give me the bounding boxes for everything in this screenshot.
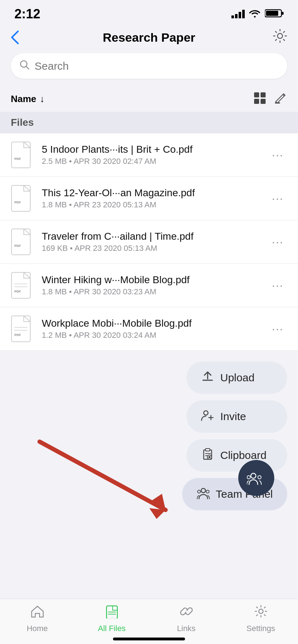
tab-home-label: Home bbox=[27, 624, 48, 633]
file-icon-0: PDF bbox=[11, 141, 34, 169]
svg-text:PDF: PDF bbox=[14, 290, 21, 293]
section-header-label: Files bbox=[11, 117, 34, 128]
sort-name[interactable]: Name ↓ bbox=[11, 93, 45, 105]
file-name-3: Winter Hiking w···Mobile Blog.pdf bbox=[42, 274, 260, 286]
svg-text:PDF: PDF bbox=[14, 201, 21, 204]
file-item-0[interactable]: PDF 5 Indoor Plants···its | Brit + Co.pd… bbox=[0, 133, 298, 177]
svg-point-29 bbox=[208, 456, 211, 458]
file-meta-0: 2.5 MB • APR 30 2020 02:47 AM bbox=[42, 157, 260, 166]
clipboard-icon bbox=[201, 447, 215, 464]
back-button[interactable] bbox=[11, 31, 19, 44]
svg-rect-6 bbox=[254, 99, 259, 104]
nav-bar: Research Paper bbox=[0, 25, 298, 53]
status-icons bbox=[231, 9, 284, 19]
file-meta-1: 1.8 MB • APR 23 2020 05:13 AM bbox=[42, 200, 260, 210]
file-icon-2: PDF bbox=[11, 228, 34, 256]
clipboard-button[interactable]: Clipboard bbox=[186, 439, 287, 472]
file-meta-3: 1.8 MB • APR 30 2020 03:23 AM bbox=[42, 287, 260, 296]
links-icon bbox=[179, 604, 194, 622]
file-more-4[interactable]: ··· bbox=[268, 322, 287, 336]
main-content: Name ↓ Files bbox=[0, 86, 298, 618]
svg-rect-7 bbox=[261, 99, 266, 104]
page-title: Research Paper bbox=[103, 31, 195, 45]
team-panel-icon bbox=[197, 486, 210, 502]
status-bar: 2:12 bbox=[0, 0, 298, 25]
svg-rect-9 bbox=[12, 142, 30, 168]
sort-arrow-icon: ↓ bbox=[40, 93, 45, 105]
tab-settings-label: Settings bbox=[247, 624, 275, 633]
svg-rect-2 bbox=[266, 11, 278, 16]
grid-view-icon[interactable] bbox=[253, 92, 266, 106]
svg-rect-13 bbox=[12, 229, 30, 255]
search-container bbox=[0, 53, 298, 86]
file-info-3: Winter Hiking w···Mobile Blog.pdf 1.8 MB… bbox=[42, 274, 260, 296]
file-list: PDF 5 Indoor Plants···its | Brit + Co.pd… bbox=[0, 133, 298, 351]
battery-icon bbox=[265, 9, 284, 19]
file-item-4[interactable]: PDF Workplace Mobi···Mobile Blog.pdf 1.2… bbox=[0, 307, 298, 351]
settings-tab-icon bbox=[254, 604, 268, 622]
file-more-1[interactable]: ··· bbox=[268, 192, 287, 205]
svg-point-30 bbox=[201, 488, 206, 493]
svg-point-37 bbox=[247, 476, 250, 479]
file-info-0: 5 Indoor Plants···its | Brit + Co.pdf 2.… bbox=[42, 144, 260, 166]
svg-text:PDF: PDF bbox=[14, 244, 21, 248]
svg-rect-15 bbox=[12, 272, 30, 298]
svg-point-23 bbox=[204, 411, 208, 415]
svg-rect-5 bbox=[261, 92, 266, 97]
wifi-icon bbox=[249, 9, 261, 19]
status-time: 2:12 bbox=[14, 6, 40, 22]
invite-icon bbox=[201, 408, 215, 425]
search-input[interactable] bbox=[35, 60, 279, 72]
file-name-4: Workplace Mobi···Mobile Blog.pdf bbox=[42, 318, 260, 329]
file-meta-2: 169 KB • APR 23 2020 05:13 AM bbox=[42, 244, 260, 253]
upload-icon bbox=[201, 369, 215, 386]
file-more-2[interactable]: ··· bbox=[268, 235, 287, 249]
tab-links[interactable]: Links bbox=[149, 604, 224, 633]
clipboard-label: Clipboard bbox=[220, 449, 266, 461]
file-item-1[interactable]: PDF This 12-Year-Ol···an Magazine.pdf 1.… bbox=[0, 177, 298, 220]
search-bar[interactable] bbox=[11, 53, 287, 79]
allfiles-icon bbox=[105, 604, 119, 622]
svg-point-38 bbox=[258, 476, 261, 479]
upload-label: Upload bbox=[220, 372, 254, 384]
invite-button[interactable]: Invite bbox=[186, 400, 287, 433]
svg-rect-19 bbox=[12, 316, 30, 342]
tab-home[interactable]: Home bbox=[0, 604, 74, 633]
tab-allfiles-label: All Files bbox=[98, 624, 126, 633]
file-info-2: Traveler from C···ailand | Time.pdf 169 … bbox=[42, 231, 260, 253]
home-indicator bbox=[113, 638, 185, 640]
file-item-2[interactable]: PDF Traveler from C···ailand | Time.pdf … bbox=[0, 220, 298, 264]
file-icon-3: PDF bbox=[11, 272, 34, 299]
file-icon-1: PDF bbox=[11, 185, 34, 212]
svg-text:PDF: PDF bbox=[14, 333, 21, 337]
sort-name-label: Name bbox=[11, 93, 36, 105]
file-more-3[interactable]: ··· bbox=[268, 279, 287, 292]
invite-label: Invite bbox=[220, 410, 246, 423]
svg-rect-8 bbox=[275, 102, 280, 104]
file-more-0[interactable]: ··· bbox=[268, 148, 287, 162]
edit-icon[interactable] bbox=[274, 92, 287, 106]
file-meta-4: 1.2 MB • APR 30 2020 03:24 AM bbox=[42, 331, 260, 340]
search-icon bbox=[19, 60, 30, 72]
settings-button[interactable] bbox=[273, 29, 287, 46]
fab-button[interactable] bbox=[238, 460, 274, 496]
svg-point-32 bbox=[206, 490, 209, 493]
file-info-4: Workplace Mobi···Mobile Blog.pdf 1.2 MB … bbox=[42, 318, 260, 340]
section-header: Files bbox=[0, 112, 298, 133]
tab-allfiles[interactable]: All Files bbox=[74, 604, 149, 633]
sort-icons bbox=[253, 92, 287, 106]
tab-settings[interactable]: Settings bbox=[224, 604, 298, 633]
svg-rect-4 bbox=[254, 92, 259, 97]
sort-bar: Name ↓ bbox=[0, 86, 298, 112]
file-name-0: 5 Indoor Plants···its | Brit + Co.pdf bbox=[42, 144, 260, 155]
svg-point-42 bbox=[259, 609, 263, 613]
tab-links-label: Links bbox=[177, 624, 195, 633]
upload-button[interactable]: Upload bbox=[186, 362, 287, 394]
file-item-3[interactable]: PDF Winter Hiking w···Mobile Blog.pdf 1.… bbox=[0, 264, 298, 307]
file-name-2: Traveler from C···ailand | Time.pdf bbox=[42, 231, 260, 242]
svg-text:PDF: PDF bbox=[14, 157, 21, 161]
file-name-1: This 12-Year-Ol···an Magazine.pdf bbox=[42, 187, 260, 199]
file-info-1: This 12-Year-Ol···an Magazine.pdf 1.8 MB… bbox=[42, 187, 260, 210]
file-icon-4: PDF bbox=[11, 315, 34, 342]
home-icon bbox=[30, 604, 45, 622]
